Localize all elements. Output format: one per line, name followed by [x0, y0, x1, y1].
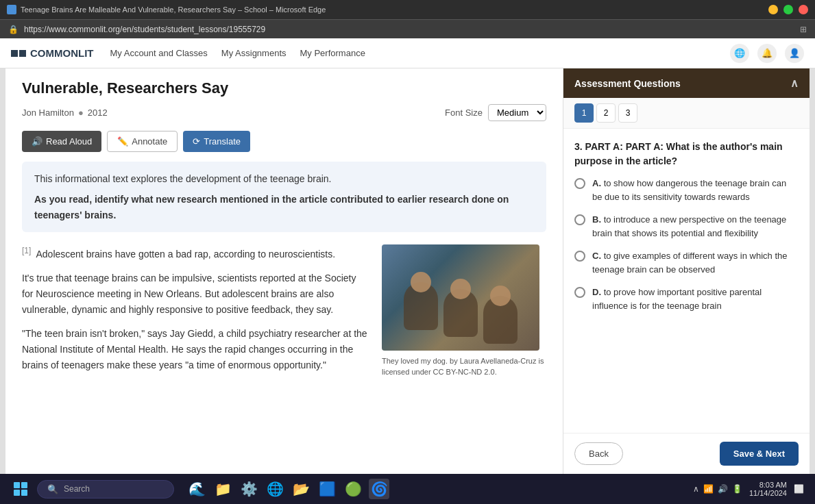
maximize-button[interactable]	[783, 5, 793, 14]
paragraph-3: "The teen brain isn't broken," says Jay …	[22, 326, 368, 373]
translate-button[interactable]: ⟳ Translate	[183, 131, 250, 152]
font-size-row: Font Size Medium Small Large	[445, 104, 546, 121]
win-sq-1	[14, 482, 20, 488]
logo-icon	[11, 50, 26, 57]
win-sq-2	[21, 482, 27, 488]
taskbar-app-5[interactable]: 📂	[291, 479, 311, 499]
windows-icon	[14, 482, 27, 496]
radio-b[interactable]	[574, 214, 585, 225]
speaker-icon: 🔊	[32, 136, 42, 147]
image-caption: They loved my dog. by Laura Avellaneda-C…	[382, 356, 546, 377]
radio-a[interactable]	[574, 178, 585, 189]
annotate-button[interactable]: ✏️ Annotate	[107, 131, 178, 152]
taskbar-app-7[interactable]: 🟢	[343, 479, 363, 499]
reading-box-bold: As you read, identify what new research …	[34, 192, 534, 223]
toolbar-buttons: 🔊 Read Aloud ✏️ Annotate ⟳ Translate	[22, 131, 546, 152]
question-nav: 1 2 3	[563, 98, 810, 129]
top-nav: COMMONLIT My Account and Classes My Assi…	[0, 38, 815, 68]
figure-person-3	[483, 296, 518, 344]
collapse-icon[interactable]: ∧	[790, 77, 799, 90]
article-meta-row: Jon Hamilton ● 2012 Font Size Medium Sma…	[22, 104, 546, 121]
option-a-letter: A.	[592, 178, 604, 188]
taskbar-app-4[interactable]: 🌐	[265, 479, 285, 499]
author-name: Jon Hamilton	[22, 108, 74, 118]
translate-icon: ⟳	[193, 136, 200, 147]
paragraph-1: [1] Adolescent brains have gotten a bad …	[22, 244, 368, 262]
title-bar-controls[interactable]	[768, 5, 808, 14]
browser-action-icon[interactable]: ⊞	[800, 25, 807, 34]
figure-head-2	[450, 279, 471, 299]
show-desktop-icon[interactable]: ⬜	[794, 484, 804, 494]
assessment-header: Assessment Questions ∧	[563, 68, 810, 98]
back-button[interactable]: Back	[574, 442, 623, 465]
font-size-select[interactable]: Medium Small Large	[488, 104, 546, 121]
sound-icon[interactable]: 🔊	[718, 484, 728, 494]
translate-label: Translate	[204, 136, 241, 147]
save-next-button[interactable]: Save & Next	[720, 442, 799, 466]
taskbar-app-6[interactable]: 🟦	[317, 479, 337, 499]
question-title: 3. PART A: PART A: What is the author's …	[574, 140, 799, 168]
answer-option-a[interactable]: A. to show how dangerous the teenage bra…	[574, 177, 799, 203]
option-d-letter: D.	[592, 287, 604, 297]
question-nav-3[interactable]: 3	[618, 103, 637, 123]
reading-box-normal: This informational text explores the dev…	[34, 171, 534, 186]
notification-icon-btn[interactable]: 🔔	[757, 44, 777, 63]
taskbar-pinned-apps: 🌊 📁 ⚙️ 🌐 📂 🟦 🟢 🌀	[186, 479, 389, 499]
clock-date: 11/14/2024	[749, 489, 787, 497]
taskbar: 🔍 Search 🌊 📁 ⚙️ 🌐 📂 🟦 🟢 🌀 ∧ 📶 🔊 🔋 8:03 A…	[0, 474, 815, 504]
minimize-button[interactable]	[768, 5, 778, 14]
taskbar-app-1[interactable]: 🌊	[186, 479, 207, 499]
nav-performance[interactable]: My Performance	[300, 48, 365, 58]
question-nav-1[interactable]: 1	[574, 103, 594, 123]
question-nav-2[interactable]: 2	[596, 103, 616, 123]
article-content: [1] Adolescent brains have gotten a bad …	[22, 244, 546, 381]
url-field[interactable]: https://www.commonlit.org/en/students/st…	[24, 25, 794, 34]
option-d-text: to prove how important positive parental…	[592, 287, 762, 311]
article-image	[382, 244, 539, 351]
network-icon[interactable]: 📶	[703, 484, 714, 494]
pencil-icon: ✏️	[117, 136, 128, 147]
paragraph-number-1: [1]	[22, 246, 31, 255]
option-a-text: to show how dangerous the teenage brain …	[592, 178, 786, 202]
win-sq-4	[21, 490, 27, 496]
figure-person-1	[404, 282, 438, 330]
article-title: Vulnerable, Researchers Say	[22, 79, 546, 97]
nav-account-classes[interactable]: My Account and Classes	[110, 48, 207, 58]
globe-icon-btn[interactable]: 🌐	[730, 44, 749, 63]
article-text: [1] Adolescent brains have gotten a bad …	[22, 244, 368, 381]
answer-option-c[interactable]: C. to give examples of different ways in…	[574, 249, 799, 276]
nav-links: My Account and Classes My Assignments My…	[110, 48, 365, 58]
paragraph-2: It's true that teenage brains can be imp…	[22, 270, 368, 318]
browser-favicon	[7, 5, 16, 14]
paragraph-1-text: Adolescent brains have gotten a bad rap,…	[36, 249, 335, 260]
address-bar[interactable]: 🔒 https://www.commonlit.org/en/students/…	[0, 19, 815, 38]
radio-c[interactable]	[574, 251, 585, 262]
taskbar-clock[interactable]: 8:03 AM 11/14/2024	[749, 481, 787, 497]
author-dot: ●	[78, 108, 84, 118]
answer-option-b[interactable]: B. to introduce a new perspective on the…	[574, 213, 799, 240]
taskbar-right: ∧ 📶 🔊 🔋 8:03 AM 11/14/2024 ⬜	[693, 481, 804, 497]
radio-d[interactable]	[574, 287, 585, 298]
article-image-column: They loved my dog. by Laura Avellaneda-C…	[382, 244, 546, 381]
annotate-label: Annotate	[132, 136, 167, 147]
assessment-title: Assessment Questions	[574, 78, 681, 89]
content-area: Vulnerable, Researchers Say Jon Hamilton…	[0, 68, 815, 474]
answer-option-d[interactable]: D. to prove how important positive paren…	[574, 286, 799, 312]
reading-instruction-box: This informational text explores the dev…	[22, 162, 546, 232]
taskbar-app-browser[interactable]: 🌀	[369, 479, 389, 499]
taskbar-app-3[interactable]: ⚙️	[239, 479, 259, 499]
option-c-text: to give examples of different ways in wh…	[592, 251, 787, 275]
battery-icon[interactable]: 🔋	[732, 484, 742, 494]
taskbar-search[interactable]: 🔍 Search	[37, 480, 174, 499]
nav-assignments[interactable]: My Assignments	[221, 48, 287, 58]
close-button[interactable]	[799, 5, 808, 14]
chevron-up-icon[interactable]: ∧	[693, 484, 699, 494]
question-content: 3. PART A: PART A: What is the author's …	[563, 129, 810, 433]
taskbar-app-2[interactable]: 📁	[212, 479, 233, 499]
logo-text: COMMONLIT	[30, 47, 93, 59]
windows-start-button[interactable]	[11, 479, 30, 499]
figure-head-3	[490, 286, 511, 306]
user-icon-btn[interactable]: 👤	[785, 44, 804, 63]
read-aloud-button[interactable]: 🔊 Read Aloud	[22, 131, 101, 152]
image-figures	[392, 282, 529, 344]
